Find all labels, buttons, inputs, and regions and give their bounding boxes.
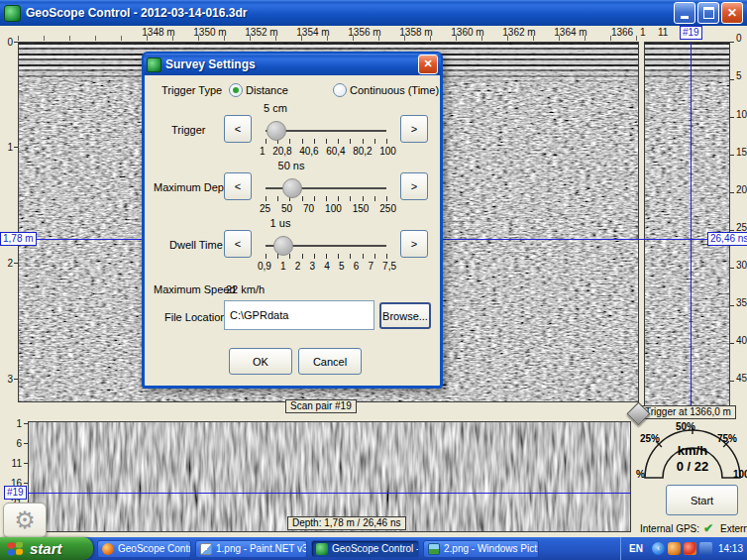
- tray-collapse-icon[interactable]: ‹: [652, 542, 665, 555]
- gauge-min-label: %: [636, 469, 645, 480]
- maximize-button[interactable]: [697, 2, 719, 24]
- depth-slider-thumb[interactable]: [282, 178, 302, 198]
- scan-pair-marker-top[interactable]: #19: [680, 26, 702, 40]
- scan-pair-tooltip: Scan pair #19: [285, 399, 357, 413]
- right-ruler-tick: [730, 268, 734, 269]
- right-ruler-label: 35: [736, 297, 747, 308]
- gauge-value: 0 / 22: [666, 459, 719, 474]
- browse-button[interactable]: Browse...: [379, 302, 431, 329]
- surface-reflection-band: [645, 43, 729, 84]
- radio-continuous[interactable]: [333, 83, 347, 97]
- trigger-slider[interactable]: 5 cm 1 20,8 40,6 60,4 80,2 100: [264, 102, 408, 160]
- geoscope-window: GeoScope Control - 2012-03-14-016.3dr ✕ …: [0, 0, 747, 560]
- trigger-value: 5 cm: [246, 102, 305, 114]
- trigger-position-tooltip: Trigger at 1366,0 m: [640, 405, 736, 419]
- file-location-label: File Location: [164, 311, 226, 323]
- right-ruler-label: 5: [736, 70, 742, 81]
- lower-ruler-tick: [24, 423, 28, 424]
- dwell-time-label: Dwell Time: [169, 239, 223, 251]
- depth-marker-left[interactable]: 1,78 m: [0, 232, 37, 246]
- tray-icon-1[interactable]: [668, 542, 681, 555]
- start-menu-button[interactable]: start: [0, 537, 93, 560]
- top-ruler-label: 1354 m: [292, 27, 334, 38]
- taskbar-button-paintnet[interactable]: 1.png - Paint.NET v3....: [195, 540, 307, 558]
- survey-dialog-icon: [147, 57, 161, 72]
- lower-ruler-label: 11: [2, 458, 22, 469]
- maximum-depth-slider[interactable]: 50 ns 25 50 70 100 150 250: [264, 160, 408, 217]
- dwell-increment-button[interactable]: >: [400, 230, 428, 258]
- right-ruler-label: 45: [736, 373, 747, 384]
- scale-label: 80,2: [353, 146, 372, 157]
- depth-marker-right[interactable]: 26,46 ns: [707, 232, 747, 246]
- top-ruler-label: 1356 m: [344, 27, 385, 38]
- taskbar-button-picture-viewer[interactable]: 2.png - Windows Pict...: [423, 540, 539, 558]
- trigger-slider-thumb[interactable]: [267, 121, 286, 141]
- top-ruler-label: 1352 m: [241, 27, 282, 38]
- dialog-title-bar[interactable]: Survey Settings ✕: [144, 54, 441, 75]
- tray-icon-2[interactable]: [684, 542, 696, 555]
- geoscope-icon: [316, 543, 328, 555]
- right-ruler-label: 40: [736, 335, 747, 346]
- left-ruler-label: 1: [2, 142, 13, 153]
- minimize-button[interactable]: [674, 2, 695, 24]
- depth-increment-button[interactable]: >: [400, 172, 428, 200]
- ok-button[interactable]: OK: [229, 348, 292, 375]
- start-survey-button[interactable]: Start: [666, 485, 738, 515]
- scan-cursor-line[interactable]: [28, 493, 631, 494]
- right-ruler-label: 15: [736, 147, 747, 158]
- picture-viewer-icon: [428, 543, 440, 555]
- settings-button[interactable]: ⚙: [3, 503, 47, 538]
- dwell-decrement-button[interactable]: <: [224, 230, 252, 258]
- taskbar-clock: 14:13: [718, 543, 743, 554]
- top-ruler-label: 1348 m: [138, 27, 179, 38]
- windows-logo-icon: [8, 541, 24, 556]
- scale-label: 25: [260, 203, 270, 214]
- maximum-speed-value: 22 km/h: [226, 283, 265, 295]
- trigger-decrement-button[interactable]: <: [224, 115, 252, 143]
- scale-label: 60,4: [326, 146, 345, 157]
- radio-distance[interactable]: [229, 83, 243, 97]
- top-ruler-scan-label: 1: [640, 27, 646, 38]
- depth-decrement-button[interactable]: <: [224, 172, 252, 200]
- maximum-depth-value: 50 ns: [262, 160, 321, 171]
- scale-label: 7,5: [382, 261, 396, 272]
- restore-icon: [703, 7, 714, 19]
- gauge-25-label: 25%: [640, 433, 660, 444]
- radio-continuous-label[interactable]: Continuous (Time): [350, 84, 439, 96]
- right-ruler-tick: [730, 42, 734, 43]
- taskbar-button-label: 1.png - Paint.NET v3....: [216, 543, 307, 554]
- title-bar[interactable]: GeoScope Control - 2012-03-14-016.3dr ✕: [0, 0, 747, 26]
- dwell-slider-scale: 0,9 1 2 3 4 5 6 7 7,5: [258, 261, 396, 272]
- right-ruler-tick: [730, 343, 734, 344]
- paintnet-icon: [200, 543, 212, 555]
- dialog-close-button[interactable]: ✕: [418, 55, 438, 74]
- dwell-time-slider[interactable]: 1 us 0,9 1 2 3 4 5 6 7 7,5: [264, 217, 408, 275]
- trigger-label: Trigger: [171, 124, 205, 136]
- language-indicator[interactable]: EN: [629, 543, 643, 554]
- scan-pair-marker-lower[interactable]: #19: [4, 486, 27, 500]
- scale-label: 6: [354, 261, 360, 272]
- gear-icon: ⚙: [14, 508, 36, 532]
- depth-slider-ticks: [266, 196, 387, 201]
- scale-label: 70: [303, 203, 314, 214]
- taskbar-button-geoscope[interactable]: GeoScope Control - 2...: [311, 540, 419, 558]
- taskbar-button-firefox[interactable]: GeoScope Control - M...: [97, 540, 191, 558]
- scale-label: 3: [310, 261, 316, 272]
- top-ruler-label: 1350 m: [189, 27, 231, 38]
- lower-ruler-tick: [24, 483, 28, 484]
- close-icon: ✕: [423, 57, 432, 69]
- scan-pair-cursor-line[interactable]: [691, 42, 692, 416]
- gauge-unit: km/h: [666, 443, 719, 458]
- file-location-input[interactable]: C:\GPRdata: [224, 300, 374, 330]
- close-button[interactable]: ✕: [721, 2, 743, 24]
- dwell-slider-thumb[interactable]: [273, 236, 293, 256]
- scale-label: 0,9: [258, 261, 271, 272]
- taskbar-button-label: GeoScope Control - 2...: [332, 543, 419, 554]
- radio-distance-label[interactable]: Distance: [246, 84, 288, 96]
- dwell-time-value: 1 us: [251, 217, 310, 229]
- cancel-button[interactable]: Cancel: [298, 348, 362, 375]
- battery-icon[interactable]: [699, 542, 712, 555]
- latest-scan-radargram[interactable]: [644, 42, 730, 416]
- top-ruler-label: 1358 m: [395, 27, 437, 38]
- trigger-increment-button[interactable]: >: [400, 115, 428, 143]
